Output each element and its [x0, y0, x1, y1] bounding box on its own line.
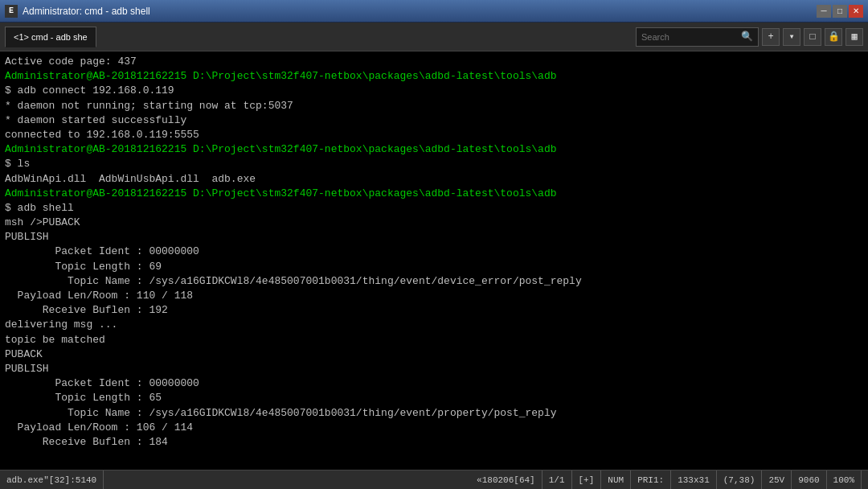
terminal-line: * daemon started successfully — [5, 113, 863, 128]
window-controls: ─ □ ✕ — [817, 5, 863, 18]
terminal-line: Administrator@AB-201812162215 D:\Project… — [5, 142, 863, 157]
close-button[interactable]: ✕ — [849, 5, 863, 18]
status-pos6: 133x31 — [671, 471, 717, 489]
terminal-line: Packet Ident : 00000000 — [5, 244, 863, 259]
dropdown-button[interactable]: ▾ — [783, 28, 800, 46]
add-tab-button[interactable]: + — [762, 28, 780, 46]
search-icon: 🔍 — [741, 31, 753, 43]
status-pos3: [+] — [572, 471, 602, 489]
search-box[interactable]: 🔍 — [636, 27, 759, 47]
status-pos2: 1/1 — [542, 471, 572, 489]
status-pos1: «180206[64] — [470, 471, 542, 489]
grid-button[interactable]: ▦ — [845, 28, 863, 46]
terminal-line: AdbWinApi.dll AdbWinUsbApi.dll adb.exe — [5, 172, 863, 187]
terminal-line: Administrator@AB-201812162215 D:\Project… — [5, 187, 863, 201]
terminal-line: PUBLISH — [5, 230, 863, 244]
terminal-line: Topic Length : 65 — [5, 391, 863, 405]
status-pos8: 25V — [762, 471, 792, 489]
status-pos7: (7,38) — [717, 471, 763, 489]
terminal-line: delivering msg ... — [5, 318, 863, 332]
terminal-output: Active code page: 437Administrator@AB-20… — [0, 51, 868, 470]
terminal-line: Topic Name : /sys/a16GIDKCWl8/4e48500700… — [5, 406, 863, 421]
maximize-button[interactable]: □ — [833, 5, 847, 18]
terminal-line: $ ls — [5, 157, 863, 171]
terminal-line: Administrator@AB-201812162215 D:\Project… — [5, 69, 863, 84]
terminal-line: msh />PUBACK — [5, 216, 863, 230]
status-pos4: NUM — [601, 471, 631, 489]
terminal-line: Active code page: 437 — [5, 55, 863, 69]
terminal-line: * daemon not running; starting now at tc… — [5, 99, 863, 113]
active-tab[interactable]: <1> cmd - adb she — [5, 27, 96, 47]
terminal-line: Topic Name : /sys/a16GIDKCWl8/4e48500700… — [5, 274, 863, 289]
title-text: Administrator: cmd - adb shell — [23, 6, 150, 17]
terminal-line: Topic Length : 69 — [5, 260, 863, 274]
status-process: adb.exe"[32]:5140 — [6, 471, 104, 489]
toolbar: <1> cmd - adb she 🔍 + ▾ □ 🔒 ▦ — [0, 23, 868, 51]
terminal-line: Packet Ident : 00000000 — [5, 376, 863, 391]
terminal-line: PUBLISH — [5, 362, 863, 376]
terminal-line: topic be matched — [5, 333, 863, 347]
title-bar-left: E Administrator: cmd - adb shell — [5, 5, 150, 18]
terminal-line: $ adb shell — [5, 201, 863, 216]
terminal-line: Payload Len/Room : 110 / 118 — [5, 289, 863, 303]
terminal-line: connected to 192.168.0.119:5555 — [5, 128, 863, 142]
title-bar: E Administrator: cmd - adb shell ─ □ ✕ — [0, 0, 868, 23]
status-pos5: PRI1: — [631, 471, 671, 489]
terminal-line: Receive Buflen : 184 — [5, 435, 863, 450]
view-button[interactable]: □ — [804, 28, 821, 46]
lock-button[interactable]: 🔒 — [825, 28, 842, 46]
status-bar: adb.exe"[32]:5140 «180206[64] 1/1 [+] NU… — [0, 470, 868, 489]
search-input[interactable] — [641, 32, 738, 42]
status-pos10: 100% — [827, 471, 862, 489]
terminal-line: Receive Buflen : 192 — [5, 303, 863, 318]
app-icon: E — [5, 5, 18, 18]
terminal-line: PUBACK — [5, 347, 863, 362]
terminal-line: Payload Len/Room : 106 / 114 — [5, 421, 863, 435]
status-pos9: 9060 — [792, 471, 826, 489]
minimize-button[interactable]: ─ — [817, 5, 831, 18]
terminal-line: $ adb connect 192.168.0.119 — [5, 84, 863, 98]
